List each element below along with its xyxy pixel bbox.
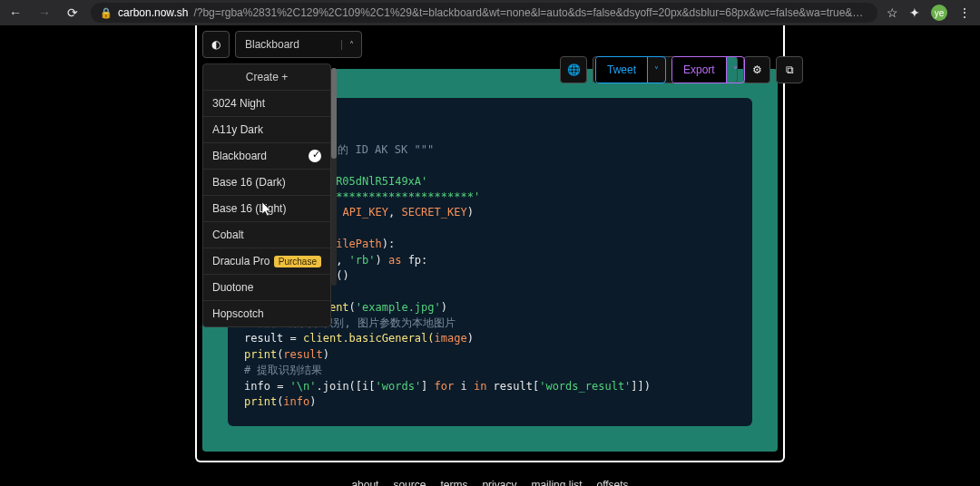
profile-avatar[interactable]: ye	[931, 5, 947, 21]
theme-item-label: Cobalt	[212, 228, 244, 241]
back-icon[interactable]: ←	[5, 5, 25, 20]
reload-icon[interactable]: ⟳	[64, 5, 82, 20]
theme-dropdown[interactable]: Blackboard ˄	[235, 31, 362, 58]
tweet-button[interactable]: Tweet ˅	[595, 56, 666, 83]
url-bar[interactable]: 🔒 carbon.now.sh /?bg=rgba%2831%2C129%2C1…	[91, 3, 877, 23]
browser-right-group: ☆ ✦ ye ⋮	[887, 5, 975, 21]
footer-link[interactable]: about	[351, 479, 378, 486]
theme-item[interactable]: Dracula ProPurchase	[203, 248, 330, 274]
theme-item-label: Hopscotch	[212, 307, 264, 320]
footer-link[interactable]: privacy	[482, 479, 516, 486]
theme-item-label: A11y Dark	[212, 123, 263, 136]
page-body: ◐ Blackboard ˄ 🌐 Auto ˅ ⚙ ⧉	[0, 25, 980, 486]
forward-icon[interactable]: →	[34, 5, 54, 20]
theme-item-label: 3024 Night	[212, 97, 265, 110]
toolbar-right: 🌐 Auto ˅ ⚙ ⧉ Tweet ˅ Export ˅	[560, 56, 958, 83]
theme-item[interactable]: 3024 Night	[203, 90, 330, 116]
theme-item[interactable]: Blackboard✓	[203, 142, 330, 169]
theme-dropdown-panel: Create + 3024 NightA11y DarkBlackboard✓B…	[202, 63, 331, 327]
theme-create-item[interactable]: Create +	[203, 64, 330, 90]
footer-link[interactable]: offsets	[596, 479, 628, 486]
language-icon-button[interactable]: 🌐	[560, 56, 587, 83]
settings-button[interactable]: ⚙	[743, 56, 770, 83]
tweet-label: Tweet	[596, 57, 647, 83]
theme-item[interactable]: A11y Dark	[203, 116, 330, 142]
palette-icon: ◐	[211, 38, 220, 51]
theme-dropdown-label: Blackboard	[236, 38, 341, 51]
copy-button[interactable]: ⧉	[776, 56, 803, 83]
theme-item-label: Blackboard	[212, 150, 267, 162]
dropdown-scrollbar-thumb[interactable]	[331, 68, 337, 159]
lock-icon: 🔒	[100, 7, 113, 19]
url-path: /?bg=rgba%2831%2C129%2C109%2C1%29&t=blac…	[193, 6, 868, 19]
editor-toolbar: ◐ Blackboard ˄	[202, 31, 778, 58]
theme-create-label: Create +	[246, 71, 288, 83]
theme-item-label: Base 16 (Dark)	[212, 176, 286, 189]
footer-links: aboutsourcetermsprivacymailing listoffse…	[351, 479, 628, 486]
chevron-down-icon[interactable]: ˅	[726, 57, 744, 83]
export-button[interactable]: Export ˅	[671, 56, 745, 83]
extensions-icon[interactable]: ✦	[909, 5, 920, 20]
theme-item-label: Duotone	[212, 281, 253, 294]
copy-icon: ⧉	[786, 63, 794, 76]
themes-icon-button[interactable]: ◐	[202, 31, 230, 58]
bookmark-icon[interactable]: ☆	[887, 5, 898, 20]
kebab-menu-icon[interactable]: ⋮	[958, 5, 971, 20]
export-label: Export	[672, 57, 726, 83]
footer-link[interactable]: terms	[440, 479, 467, 486]
footer-link[interactable]: mailing list	[531, 479, 582, 486]
theme-item[interactable]: Base 16 (Dark)	[203, 169, 330, 195]
theme-item-label: Dracula Pro	[212, 255, 270, 267]
footer: aboutsourcetermsprivacymailing listoffse…	[351, 479, 628, 486]
purchase-badge: Purchase	[274, 256, 321, 267]
globe-icon: 🌐	[567, 63, 581, 76]
theme-item[interactable]: Hopscotch	[203, 300, 330, 326]
browser-toolbar: ← → ⟳ 🔒 carbon.now.sh /?bg=rgba%2831%2C1…	[0, 0, 980, 25]
chevron-up-icon: ˄	[341, 40, 361, 50]
theme-item[interactable]: Duotone	[203, 274, 330, 300]
check-icon: ✓	[312, 149, 320, 160]
chevron-down-icon[interactable]: ˅	[647, 57, 665, 83]
gear-icon: ⚙	[752, 63, 762, 76]
theme-item-label: Base 16 (Light)	[212, 202, 286, 215]
theme-item[interactable]: Base 16 (Light)	[203, 195, 330, 221]
footer-link[interactable]: source	[393, 479, 426, 486]
theme-item[interactable]: Cobalt	[203, 221, 330, 248]
url-host: carbon.now.sh	[118, 6, 188, 19]
editor-shell: ◐ Blackboard ˄ 🌐 Auto ˅ ⚙ ⧉	[195, 25, 785, 462]
